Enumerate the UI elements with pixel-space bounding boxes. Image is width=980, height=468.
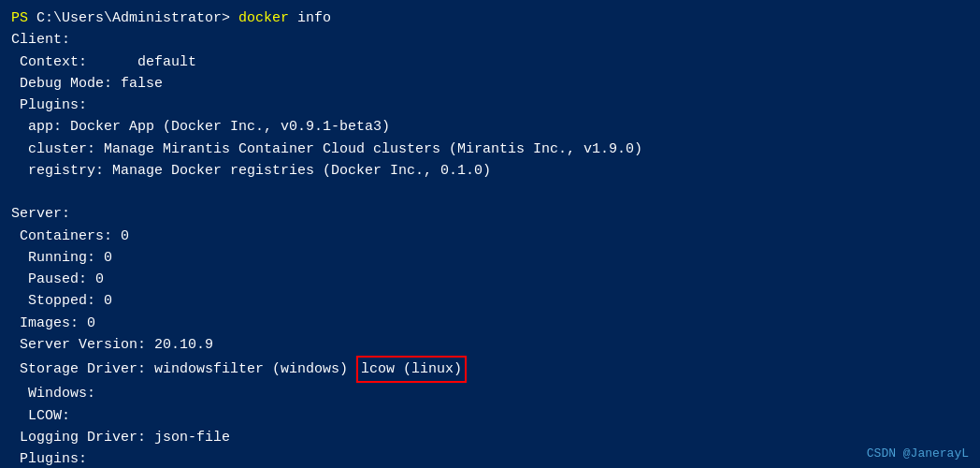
output-line (11, 182, 969, 203)
cmd-info: info (289, 7, 331, 29)
output-line: Stopped: 0 (11, 290, 969, 312)
output-line: Plugins: (11, 95, 969, 116)
storage-driver-line: Storage Driver: windowsfilter (windows) … (11, 356, 969, 383)
output-line: Client: (11, 29, 969, 51)
lcow-highlight: lcow (linux) (356, 356, 467, 383)
output-line: Logging Driver: json-file (11, 427, 969, 448)
output-line: Context: default (11, 51, 969, 73)
output-line: app: Docker App (Docker Inc., v0.9.1-bet… (11, 116, 969, 138)
prompt-ps: PS (11, 7, 28, 29)
output-line: Windows: (11, 383, 969, 404)
watermark: CSDN @JanerayL (867, 446, 969, 461)
cmd-docker: docker (230, 7, 289, 29)
storage-driver-text: Storage Driver: windowsfilter (windows) (11, 358, 356, 380)
command-line: PS C:\Users\Administrator> docker info (11, 7, 969, 29)
output-line: Server Version: 20.10.9 (11, 334, 969, 356)
terminal-window: PS C:\Users\Administrator> docker info C… (0, 0, 980, 468)
output-line: Running: 0 (11, 247, 969, 269)
output-line: LCOW: (11, 405, 969, 427)
output-line: Server: (11, 203, 969, 225)
output-line: Paused: 0 (11, 269, 969, 290)
output-line: cluster: Manage Mirantis Container Cloud… (11, 139, 969, 160)
output-line: Debug Mode: false (11, 73, 969, 95)
output-line: registry: Manage Docker registries (Dock… (11, 160, 969, 182)
output-line: Containers: 0 (11, 226, 969, 247)
prompt-path: C:\Users\Administrator> (28, 7, 230, 29)
output-line: Plugins: (11, 448, 969, 468)
output-line: Images: 0 (11, 313, 969, 334)
